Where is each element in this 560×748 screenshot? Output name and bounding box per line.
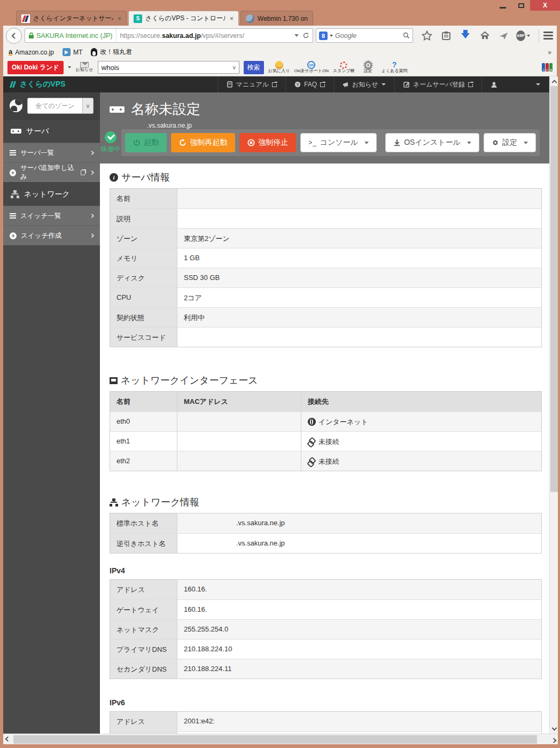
envelope-icon	[80, 62, 89, 68]
user-icon	[491, 81, 497, 88]
window-controls: X	[494, 0, 560, 11]
url-text[interactable]: https://secure.sakura.ad.jp/vps/#/server…	[120, 32, 291, 40]
url-bar[interactable]: SAKURA Internet.inc (JP) https://secure.…	[25, 28, 313, 43]
okidoki-dropdown-icon[interactable]	[68, 66, 71, 68]
megaphone-icon	[343, 81, 349, 88]
downloads-icon[interactable]	[458, 29, 472, 42]
bookmark-star-icon[interactable]	[420, 29, 434, 42]
jcb-logo: JCB	[542, 63, 553, 72]
os-install-button[interactable]: OSインストール	[385, 133, 479, 152]
start-button[interactable]: 起動	[125, 133, 167, 152]
app-body: 全てのゾーン v サーバ サーバ一覧 + サーバ追加申し込み	[3, 92, 549, 734]
whois-combobox[interactable]: whois v	[98, 61, 239, 74]
faq-help-button[interactable]: ? よくある質問	[382, 61, 408, 74]
zone-select[interactable]: 全てのゾーン v	[27, 98, 94, 114]
console-button[interactable]: >_ コンソール	[300, 133, 377, 152]
server-icon	[11, 129, 21, 134]
scroll-up-icon[interactable]	[550, 76, 558, 85]
restart-icon	[179, 139, 186, 146]
force-stop-button[interactable]: 強制停止	[239, 133, 296, 152]
oshirase-button[interactable]: お知らせ	[75, 62, 94, 73]
question-circle-icon: ?	[294, 81, 301, 88]
url-dropdown-icon[interactable]	[294, 34, 299, 37]
site-identity[interactable]: SAKURA Internet.inc (JP)	[28, 29, 116, 42]
adblock-icon[interactable]: ABP	[516, 29, 530, 42]
engine-dropdown-icon[interactable]	[330, 35, 333, 37]
vertical-scrollbar-thumb[interactable]	[550, 86, 558, 492]
external-link-icon	[468, 82, 473, 87]
reload-icon[interactable]	[302, 32, 309, 39]
favorites-button[interactable]: お気に入り	[268, 61, 290, 74]
ipv6-table: アドレス2001:e42:	[110, 711, 542, 734]
bookmark-nekomaru[interactable]: 改！猫丸君	[91, 48, 132, 57]
scroll-down-icon[interactable]	[550, 725, 558, 734]
combo-dropdown-icon[interactable]: v	[233, 65, 236, 71]
tab-webmin[interactable]: Webmin 1.730 on	[240, 11, 313, 26]
sidebar-header-server: サーバ	[3, 119, 100, 143]
horizontal-scrollbar-thumb[interactable]	[13, 735, 537, 744]
edit-icon	[403, 81, 410, 88]
globe-icon	[308, 418, 316, 426]
close-button[interactable]: X	[530, 0, 560, 11]
network-interfaces-table: 名前 MACアドレス 接続先 eth0 インターネット eth1 未接続 eth…	[110, 391, 542, 471]
search-engine-icon[interactable]: 8	[319, 32, 328, 40]
navbar-faq[interactable]: ? FAQ	[285, 76, 333, 92]
back-button[interactable]	[6, 28, 22, 44]
force-restart-button[interactable]: 強制再起動	[171, 133, 235, 152]
sidebar-item-switch-list[interactable]: スイッチ一覧	[3, 206, 100, 225]
tab-close-icon[interactable]: ×	[230, 15, 234, 22]
lock-icon	[28, 32, 34, 39]
plus-circle-icon: +	[10, 169, 16, 176]
sidebar-item-add-server[interactable]: + サーバ追加申し込み	[3, 162, 100, 182]
navbar-news[interactable]: お知らせ	[333, 76, 394, 92]
search-icon[interactable]	[403, 32, 410, 39]
list-icon	[10, 213, 16, 219]
sidebar-item-server-list[interactable]: サーバ一覧	[3, 143, 100, 162]
bookmarks-overflow-icon[interactable]: »	[548, 49, 551, 56]
support-on-button[interactable]: on Oki楽サポートON	[294, 61, 329, 74]
section-server-info: i サーバ情報	[110, 171, 549, 184]
penguin-icon	[91, 48, 97, 56]
question-icon: ?	[392, 61, 397, 69]
bookmark-amazon[interactable]: a Amazon.co.jp	[9, 49, 54, 56]
dropdown-caret-icon	[364, 142, 369, 144]
tab-sakura-vps[interactable]: S さくらのVPS - コントロールパ... ×	[128, 11, 239, 26]
stamp-button[interactable]: スタンプ帳	[333, 61, 355, 74]
sidebar-item-create-switch[interactable]: + スイッチ作成	[3, 225, 100, 245]
kensaku-button[interactable]: 検索	[244, 61, 264, 74]
page-title: 名称未設定	[131, 100, 200, 119]
navbar-nameserver[interactable]: ネームサーバ登録	[394, 76, 481, 92]
vertical-scrollbar[interactable]	[549, 76, 558, 734]
horizontal-scrollbar[interactable]	[3, 734, 558, 744]
chevron-right-icon	[90, 170, 94, 175]
scroll-right-icon[interactable]	[549, 734, 558, 745]
toolbar-settings-button[interactable]: 設定	[359, 61, 377, 74]
maximize-button[interactable]	[512, 0, 530, 11]
table-row: 契約状態利用中	[110, 307, 541, 327]
search-box[interactable]: 8	[316, 28, 413, 43]
bookmarks-menu-icon[interactable]	[439, 29, 453, 42]
minimize-button[interactable]	[494, 0, 512, 11]
settings-button[interactable]: 設定	[484, 133, 536, 152]
sakura-vps-brand[interactable]: さくらのVPS	[3, 76, 72, 92]
bookmark-mt[interactable]: MT	[63, 48, 82, 56]
home-icon[interactable]	[478, 29, 492, 42]
navbar-manual[interactable]: マニュアル	[218, 76, 285, 92]
sitemap-icon	[110, 498, 118, 507]
tab-sakura-internet[interactable]: さくらインターネットサーバコント... ×	[16, 11, 127, 26]
share-icon[interactable]	[497, 29, 511, 42]
scroll-left-icon[interactable]	[3, 734, 12, 745]
okidoki-button[interactable]: Oki Doki ランド	[7, 61, 64, 74]
menu-icon[interactable]	[539, 29, 557, 42]
tab-close-icon[interactable]: ×	[118, 15, 121, 22]
on-icon: on	[307, 61, 315, 69]
table-row: アドレス160.16.	[110, 580, 541, 599]
zone-dropdown-icon[interactable]: v	[82, 98, 93, 113]
external-link-icon	[320, 82, 325, 87]
globe-icon	[10, 99, 22, 112]
sidebar: 全てのゾーン v サーバ サーバ一覧 + サーバ追加申し込み	[3, 92, 100, 734]
navbar-account[interactable]	[481, 76, 549, 92]
table-row: プライマリDNS210.188.224.10	[110, 639, 541, 659]
dropdown-caret-icon	[536, 83, 540, 85]
search-input[interactable]	[335, 32, 401, 40]
